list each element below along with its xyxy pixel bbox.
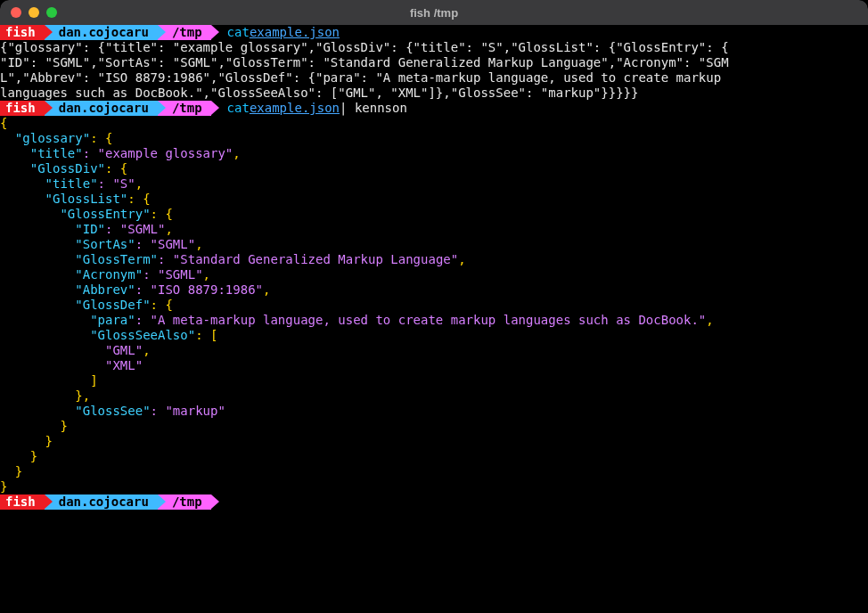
json-line: "glossary": { xyxy=(0,131,868,146)
json-brace: { xyxy=(0,116,868,131)
json-line: "Acronym": "SGML", xyxy=(0,267,868,282)
output-raw-json: L","Abbrev": "ISO 8879:1986","GlossDef":… xyxy=(0,70,868,86)
json-line: "GlossSee": "markup" xyxy=(0,404,868,419)
json-line: "GlossList": { xyxy=(0,192,868,207)
output-raw-json: languages such as DocBook.","GlossSeeAls… xyxy=(0,86,868,101)
json-line: "ID": "SGML", xyxy=(0,222,868,237)
close-icon[interactable] xyxy=(11,7,21,18)
json-line: "GlossSeeAlso": [ xyxy=(0,328,868,343)
json-line: "GML", xyxy=(0,343,868,358)
filename: example.json xyxy=(250,101,340,116)
prompt-shell: fish xyxy=(0,494,45,510)
json-line: "title": "example glossary", xyxy=(0,146,868,161)
json-brace: } xyxy=(0,479,868,494)
json-line: "GlossDiv": { xyxy=(0,161,868,176)
json-brace: ] xyxy=(0,373,868,388)
json-line: "Abbrev": "ISO 8879:1986", xyxy=(0,282,868,298)
command-text: cat example.json xyxy=(211,25,340,40)
prompt-line-3[interactable]: fish dan.cojocaru /tmp xyxy=(0,494,868,510)
prompt-shell: fish xyxy=(0,101,45,116)
json-brace: } xyxy=(0,449,868,464)
json-line: }, xyxy=(0,388,868,404)
json-line: "SortAs": "SGML", xyxy=(0,237,868,252)
prompt-shell: fish xyxy=(0,25,45,40)
window-titlebar: fish /tmp xyxy=(0,0,868,25)
window-title: fish /tmp xyxy=(410,5,458,20)
output-raw-json: {"glossary": {"title": "example glossary… xyxy=(0,40,868,55)
json-line: "XML" xyxy=(0,358,868,373)
minimize-icon[interactable] xyxy=(29,7,39,18)
prompt-user: dan.cojocaru xyxy=(45,101,158,116)
prompt-user: dan.cojocaru xyxy=(45,25,158,40)
output-raw-json: "ID": "SGML","SortAs": "SGML","GlossTerm… xyxy=(0,55,868,70)
prompt-user: dan.cojocaru xyxy=(45,494,158,510)
fullscreen-icon[interactable] xyxy=(46,7,57,18)
terminal-viewport[interactable]: fish dan.cojocaru /tmp cat example.json … xyxy=(0,25,868,510)
json-line: "GlossEntry": { xyxy=(0,207,868,222)
traffic-lights xyxy=(0,7,57,18)
prompt-line-2[interactable]: fish dan.cojocaru /tmp cat example.json … xyxy=(0,101,868,116)
json-brace: } xyxy=(0,464,868,479)
filename: example.json xyxy=(250,25,340,40)
json-line: "GlossTerm": "Standard Generalized Marku… xyxy=(0,252,868,267)
json-line: "GlossDef": { xyxy=(0,298,868,313)
json-line: "para": "A meta-markup language, used to… xyxy=(0,313,868,328)
json-line: "title": "S", xyxy=(0,176,868,192)
json-brace: } xyxy=(0,419,868,434)
prompt-line-1[interactable]: fish dan.cojocaru /tmp cat example.json xyxy=(0,25,868,40)
json-brace: } xyxy=(0,434,868,449)
command-text: cat example.json | kennson xyxy=(211,101,407,116)
